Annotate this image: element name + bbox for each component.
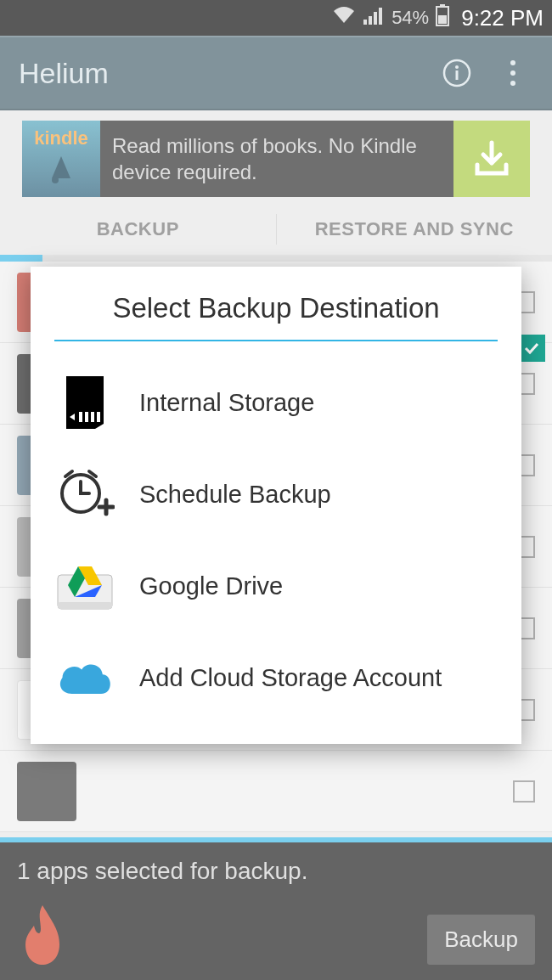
option-add-cloud-account[interactable]: Add Cloud Storage Account	[54, 632, 498, 724]
svg-rect-20	[58, 602, 112, 609]
svg-rect-16	[97, 412, 100, 422]
dialog-title: Select Backup Destination	[54, 292, 498, 340]
backup-destination-dialog: Select Backup Destination Internal Stora…	[31, 267, 521, 744]
option-schedule-backup[interactable]: Schedule Backup	[54, 448, 498, 540]
option-label: Google Drive	[139, 572, 283, 601]
sd-card-icon	[54, 372, 115, 433]
google-drive-icon	[54, 555, 115, 617]
clock-plus-icon	[54, 464, 115, 525]
cloud-icon	[54, 647, 115, 708]
svg-rect-17	[79, 412, 82, 422]
option-google-drive[interactable]: Google Drive	[54, 540, 498, 632]
option-label: Internal Storage	[139, 388, 314, 418]
svg-rect-15	[91, 412, 94, 422]
dialog-divider	[54, 340, 498, 341]
check-icon	[523, 340, 540, 357]
svg-rect-14	[85, 412, 88, 422]
option-label: Schedule Backup	[139, 480, 331, 510]
selected-badge	[518, 335, 545, 362]
option-label: Add Cloud Storage Account	[139, 663, 442, 693]
option-internal-storage[interactable]: Internal Storage	[54, 357, 498, 448]
